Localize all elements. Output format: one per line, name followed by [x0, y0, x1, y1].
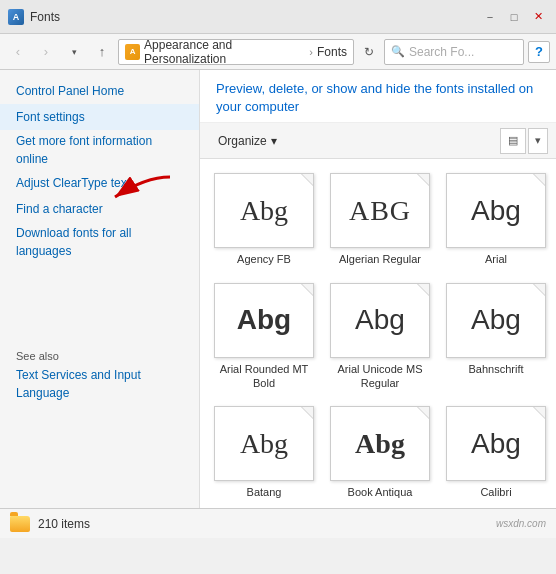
see-also-label: See also — [0, 342, 199, 364]
main-container: Control Panel Home Font settings Get mor… — [0, 70, 556, 508]
sidebar-item-get-more-font[interactable]: Get more font information online — [0, 130, 199, 170]
view-button[interactable]: ▤ — [500, 128, 526, 154]
sidebar-item-adjust-cleartype[interactable]: Adjust ClearType text — [0, 170, 199, 196]
folder-icon — [10, 516, 30, 532]
status-bar: 210 items wsxdn.com — [0, 508, 556, 538]
fonts-grid: Abg Agency FB ABG Algerian Regular Abg A… — [200, 159, 556, 508]
font-preview: Abg — [330, 283, 430, 358]
forward-button[interactable]: › — [34, 40, 58, 64]
font-name: Bahnschrift — [468, 362, 523, 376]
organize-label: Organize — [218, 134, 267, 148]
path-text: Appearance and Personalization › Fonts — [144, 38, 347, 66]
content-description: Preview, delete, or show and hide the fo… — [216, 80, 540, 116]
font-item-bahnschrift[interactable]: Abg Bahnschrift — [442, 279, 550, 395]
font-preview-text: Abg — [355, 428, 405, 460]
font-item-font-8[interactable]: Abg Book Antiqua — [326, 402, 434, 503]
item-count: 210 items — [38, 517, 90, 531]
font-item-agency-fb[interactable]: Abg Agency FB — [210, 169, 318, 270]
toolbar: Organize ▾ ▤ ▾ — [200, 123, 556, 159]
content-area: Preview, delete, or show and hide the fo… — [200, 70, 556, 508]
font-preview-text: Abg — [471, 304, 521, 336]
font-item-algerian-regular[interactable]: ABG Algerian Regular — [326, 169, 434, 270]
help-button[interactable]: ? — [528, 41, 550, 63]
font-preview: ABG — [330, 173, 430, 248]
path-part-2: Fonts — [317, 45, 347, 59]
sidebar: Control Panel Home Font settings Get mor… — [0, 70, 200, 508]
content-header: Preview, delete, or show and hide the fo… — [200, 70, 556, 123]
organize-button[interactable]: Organize ▾ — [208, 128, 287, 154]
font-name: Book Antiqua — [348, 485, 413, 499]
font-name: Arial Rounded MT Bold — [214, 362, 314, 391]
organize-chevron-icon: ▾ — [271, 134, 277, 148]
font-preview-text: Abg — [240, 428, 288, 460]
up-button[interactable]: ↑ — [90, 40, 114, 64]
font-item-arial[interactable]: Abg Arial — [442, 169, 550, 270]
sidebar-item-find-character[interactable]: Find a character — [0, 196, 199, 222]
close-button[interactable]: ✕ — [528, 7, 548, 27]
font-item-font-7[interactable]: Abg Batang — [210, 402, 318, 503]
app-icon: A — [8, 9, 24, 25]
address-path[interactable]: A Appearance and Personalization › Fonts — [118, 39, 354, 65]
font-name: Arial — [485, 252, 507, 266]
recent-button[interactable]: ▾ — [62, 40, 86, 64]
font-item-arial-rounded-mt-bold[interactable]: Abg Arial Rounded MT Bold — [210, 279, 318, 395]
search-icon: 🔍 — [391, 45, 405, 58]
view-chevron-button[interactable]: ▾ — [528, 128, 548, 154]
refresh-button[interactable]: ↻ — [358, 41, 380, 63]
font-preview: Abg — [214, 283, 314, 358]
window-title: Fonts — [30, 10, 60, 24]
font-name: Calibri — [480, 485, 511, 499]
sidebar-item-control-panel-home[interactable]: Control Panel Home — [0, 78, 199, 104]
font-preview-text: Abg — [471, 428, 521, 460]
font-preview-text: Abg — [355, 304, 405, 336]
sidebar-item-font-settings[interactable]: Font settings — [0, 104, 199, 130]
path-separator: › — [309, 46, 313, 58]
address-bar: ‹ › ▾ ↑ A Appearance and Personalization… — [0, 34, 556, 70]
font-preview: Abg — [214, 406, 314, 481]
search-box[interactable]: 🔍 Search Fo... — [384, 39, 524, 65]
font-item-arial-unicode-ms-regular[interactable]: Abg Arial Unicode MS Regular — [326, 279, 434, 395]
view-controls: ▤ ▾ — [500, 128, 548, 154]
path-icon: A — [125, 44, 140, 60]
font-preview: Abg — [446, 406, 546, 481]
back-button[interactable]: ‹ — [6, 40, 30, 64]
font-preview: Abg — [446, 173, 546, 248]
font-name: Agency FB — [237, 252, 291, 266]
search-placeholder: Search Fo... — [409, 45, 474, 59]
font-preview-text: Abg — [237, 304, 291, 336]
title-bar: A Fonts − □ ✕ — [0, 0, 556, 34]
font-preview-text: ABG — [349, 195, 411, 227]
watermark: wsxdn.com — [496, 518, 546, 529]
path-part-1: Appearance and Personalization — [144, 38, 305, 66]
font-preview-text: Abg — [471, 195, 521, 227]
sidebar-item-text-services[interactable]: Text Services and Input Language — [0, 364, 199, 404]
font-preview: Abg — [214, 173, 314, 248]
font-preview-text: Abg — [240, 195, 288, 227]
font-preview: Abg — [330, 406, 430, 481]
minimize-button[interactable]: − — [480, 7, 500, 27]
sidebar-item-download-fonts[interactable]: Download fonts for all languages — [0, 222, 199, 262]
font-name: Batang — [247, 485, 282, 499]
font-item-font-9[interactable]: Abg Calibri — [442, 402, 550, 503]
font-name: Arial Unicode MS Regular — [330, 362, 430, 391]
font-preview: Abg — [446, 283, 546, 358]
maximize-button[interactable]: □ — [504, 7, 524, 27]
font-name: Algerian Regular — [339, 252, 421, 266]
